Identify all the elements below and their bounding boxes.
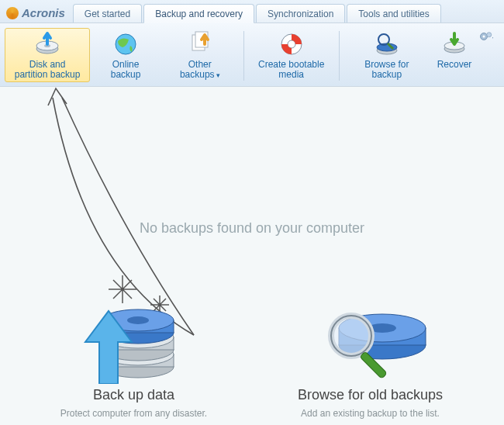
tool-label: Disk and partition backup	[12, 60, 83, 80]
recover-button[interactable]: Recover	[430, 28, 479, 72]
main-area: No backups found on your computer	[0, 87, 504, 425]
tool-label: Other backups	[168, 60, 232, 81]
gear-icon: ▾	[479, 31, 493, 44]
svg-point-7	[288, 40, 295, 48]
browse-old-backups-panel[interactable]: Browse for old backups Add an existing b…	[270, 291, 471, 419]
brand-text: Acronis	[22, 6, 65, 19]
online-backup-button[interactable]: Online backup	[90, 28, 161, 82]
toolbar-settings[interactable]: ▾	[479, 28, 499, 44]
tool-label: Browse for backup	[351, 60, 423, 80]
svg-point-16	[487, 33, 492, 37]
tool-label: Online backup	[97, 60, 154, 80]
toolbar-separator	[243, 31, 244, 81]
toolbar: Disk and partition backup Online backup …	[0, 23, 504, 87]
panel-title: Browse for old backups	[270, 387, 471, 403]
status-message: No backups found on your computer	[140, 220, 364, 237]
toolbar-separator	[339, 31, 340, 81]
globe-icon	[112, 30, 140, 58]
panel-subtitle: Protect computer from any disaster.	[33, 408, 235, 419]
panels: Back up data Protect computer from any d…	[0, 291, 504, 425]
create-bootable-media-button[interactable]: Create bootable media	[249, 28, 334, 82]
other-backups-button[interactable]: Other backups	[161, 28, 239, 83]
backup-data-icon	[33, 291, 235, 384]
svg-point-27	[127, 316, 149, 324]
tab-get-started[interactable]: Get started	[73, 4, 142, 22]
brand-swirl-icon	[6, 7, 19, 19]
tab-backup-recovery[interactable]: Backup and recovery	[143, 4, 254, 23]
backup-data-panel[interactable]: Back up data Protect computer from any d…	[33, 291, 235, 419]
tabs-row: Acronis Get started Backup and recovery …	[0, 0, 504, 23]
lifebuoy-icon	[278, 30, 306, 58]
browse-for-backup-button[interactable]: Browse for backup	[344, 28, 430, 82]
browse-backups-icon	[270, 291, 471, 384]
svg-text:▾: ▾	[492, 36, 494, 40]
panel-subtitle: Add an existing backup to the list.	[270, 408, 471, 419]
file-backup-icon	[186, 30, 214, 58]
tab-label: Backup and recovery	[155, 9, 243, 19]
tab-label: Get started	[85, 9, 130, 19]
tab-tools-utilities[interactable]: Tools and utilities	[347, 4, 440, 22]
tab-synchronization[interactable]: Synchronization	[256, 4, 345, 22]
search-drive-icon	[373, 30, 401, 58]
panel-title: Back up data	[33, 387, 235, 403]
brand-logo: Acronis	[5, 6, 73, 22]
disk-backup-icon	[33, 30, 61, 58]
tool-label: Recover	[437, 60, 472, 70]
tool-label: Create bootable media	[256, 60, 327, 80]
tab-label: Tools and utilities	[358, 9, 429, 19]
svg-point-15	[483, 36, 485, 38]
recover-icon	[440, 30, 468, 58]
disk-partition-backup-button[interactable]: Disk and partition backup	[5, 28, 90, 82]
tab-label: Synchronization	[268, 9, 333, 19]
